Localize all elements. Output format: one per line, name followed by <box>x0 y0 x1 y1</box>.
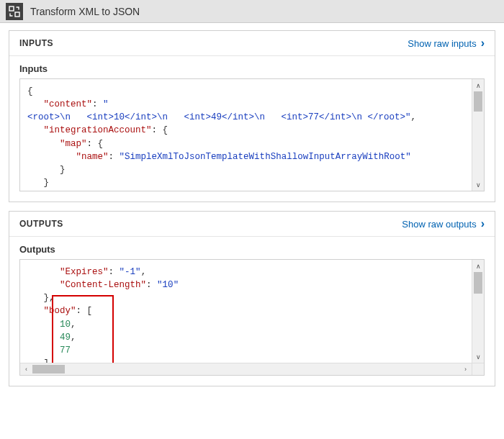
show-raw-outputs-link[interactable]: Show raw outputs › <box>402 217 485 230</box>
outputs-hscrollbar[interactable]: ‹ › <box>20 363 472 375</box>
outputs-scroll-thumb[interactable] <box>474 272 482 294</box>
transform-icon <box>6 3 23 20</box>
scroll-right-icon[interactable]: › <box>459 363 472 375</box>
outputs-vscrollbar[interactable]: ∧ ∨ <box>472 260 484 363</box>
scroll-down-icon[interactable]: ∨ <box>472 350 484 363</box>
outputs-code-box: "Expires": "-1", "Content-Length": "10" … <box>19 259 485 376</box>
scroll-up-icon[interactable]: ∧ <box>472 260 484 272</box>
inputs-header-label: INPUTS <box>19 38 53 48</box>
title-bar: Transform XML to JSON <box>0 0 504 23</box>
inputs-subheader: Inputs <box>9 56 495 78</box>
inputs-section: INPUTS Show raw inputs › Inputs { "conte… <box>9 30 495 202</box>
outputs-section: OUTPUTS Show raw outputs › Outputs "Expi… <box>9 211 495 386</box>
outputs-hscroll-thumb[interactable] <box>32 365 65 374</box>
inputs-code-box: { "content": " <root>\n <int>10</int>\n … <box>19 78 485 191</box>
svg-rect-0 <box>9 6 14 11</box>
window-title: Transform XML to JSON <box>30 6 140 17</box>
show-raw-inputs-link[interactable]: Show raw inputs › <box>408 37 485 50</box>
show-raw-inputs-label: Show raw inputs <box>408 38 476 49</box>
inputs-scroll-thumb[interactable] <box>474 91 482 112</box>
outputs-code[interactable]: "Expires": "-1", "Content-Length": "10" … <box>20 260 484 375</box>
show-raw-outputs-label: Show raw outputs <box>402 219 476 230</box>
inputs-code[interactable]: { "content": " <root>\n <int>10</int>\n … <box>20 79 484 191</box>
scroll-up-icon[interactable]: ∧ <box>472 79 484 91</box>
chevron-right-icon: › <box>481 217 485 230</box>
outputs-header-label: OUTPUTS <box>19 219 63 229</box>
outputs-header: OUTPUTS Show raw outputs › <box>9 212 495 237</box>
inputs-vscrollbar[interactable]: ∧ ∨ <box>472 79 484 191</box>
svg-rect-1 <box>15 12 19 17</box>
scroll-corner <box>472 363 484 375</box>
scroll-down-icon[interactable]: ∨ <box>472 178 484 191</box>
inputs-header: INPUTS Show raw inputs › <box>9 31 495 56</box>
scroll-left-icon[interactable]: ‹ <box>20 363 32 375</box>
chevron-right-icon: › <box>481 37 485 50</box>
outputs-subheader: Outputs <box>9 237 495 259</box>
